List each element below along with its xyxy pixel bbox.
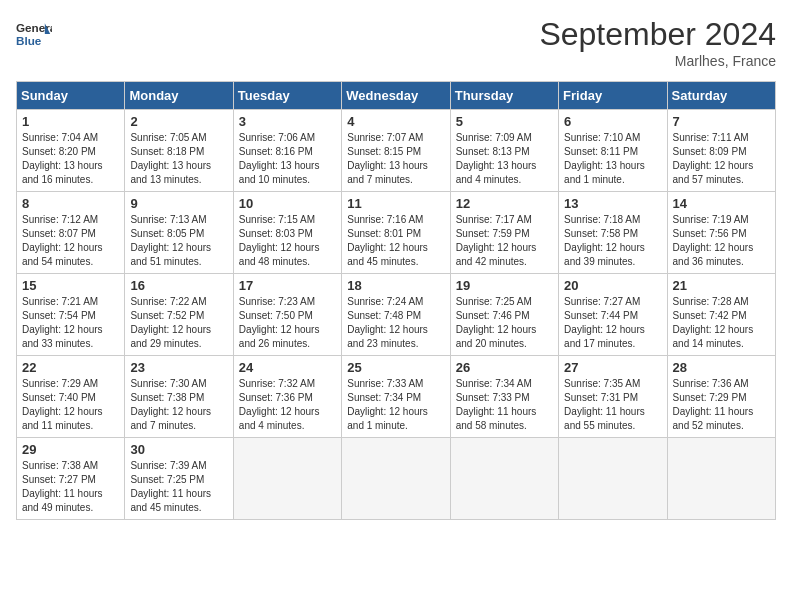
day-info: Sunrise: 7:33 AM Sunset: 7:34 PM Dayligh…	[347, 377, 444, 433]
day-number: 4	[347, 114, 444, 129]
day-number: 16	[130, 278, 227, 293]
day-number: 13	[564, 196, 661, 211]
day-info: Sunrise: 7:07 AM Sunset: 8:15 PM Dayligh…	[347, 131, 444, 187]
day-number: 8	[22, 196, 119, 211]
calendar-cell: 2Sunrise: 7:05 AM Sunset: 8:18 PM Daylig…	[125, 110, 233, 192]
day-number: 27	[564, 360, 661, 375]
day-number: 6	[564, 114, 661, 129]
weekday-header-sunday: Sunday	[17, 82, 125, 110]
day-info: Sunrise: 7:13 AM Sunset: 8:05 PM Dayligh…	[130, 213, 227, 269]
calendar-cell	[233, 438, 341, 520]
day-info: Sunrise: 7:18 AM Sunset: 7:58 PM Dayligh…	[564, 213, 661, 269]
day-info: Sunrise: 7:38 AM Sunset: 7:27 PM Dayligh…	[22, 459, 119, 515]
calendar-cell: 22Sunrise: 7:29 AM Sunset: 7:40 PM Dayli…	[17, 356, 125, 438]
calendar-week-row: 22Sunrise: 7:29 AM Sunset: 7:40 PM Dayli…	[17, 356, 776, 438]
day-info: Sunrise: 7:39 AM Sunset: 7:25 PM Dayligh…	[130, 459, 227, 515]
day-info: Sunrise: 7:17 AM Sunset: 7:59 PM Dayligh…	[456, 213, 553, 269]
day-info: Sunrise: 7:34 AM Sunset: 7:33 PM Dayligh…	[456, 377, 553, 433]
day-info: Sunrise: 7:36 AM Sunset: 7:29 PM Dayligh…	[673, 377, 770, 433]
day-number: 5	[456, 114, 553, 129]
day-number: 17	[239, 278, 336, 293]
svg-text:Blue: Blue	[16, 34, 42, 47]
day-number: 15	[22, 278, 119, 293]
day-number: 23	[130, 360, 227, 375]
calendar-cell: 27Sunrise: 7:35 AM Sunset: 7:31 PM Dayli…	[559, 356, 667, 438]
calendar-table: SundayMondayTuesdayWednesdayThursdayFrid…	[16, 81, 776, 520]
day-info: Sunrise: 7:05 AM Sunset: 8:18 PM Dayligh…	[130, 131, 227, 187]
calendar-cell	[559, 438, 667, 520]
page-header: General Blue September 2024 Marlhes, Fra…	[16, 16, 776, 69]
calendar-cell: 14Sunrise: 7:19 AM Sunset: 7:56 PM Dayli…	[667, 192, 775, 274]
calendar-cell	[450, 438, 558, 520]
weekday-header-tuesday: Tuesday	[233, 82, 341, 110]
location: Marlhes, France	[539, 53, 776, 69]
logo: General Blue	[16, 16, 52, 52]
calendar-cell: 4Sunrise: 7:07 AM Sunset: 8:15 PM Daylig…	[342, 110, 450, 192]
day-number: 25	[347, 360, 444, 375]
weekday-header-wednesday: Wednesday	[342, 82, 450, 110]
calendar-cell: 23Sunrise: 7:30 AM Sunset: 7:38 PM Dayli…	[125, 356, 233, 438]
day-info: Sunrise: 7:32 AM Sunset: 7:36 PM Dayligh…	[239, 377, 336, 433]
weekday-header-friday: Friday	[559, 82, 667, 110]
day-number: 28	[673, 360, 770, 375]
day-number: 7	[673, 114, 770, 129]
day-number: 9	[130, 196, 227, 211]
day-info: Sunrise: 7:30 AM Sunset: 7:38 PM Dayligh…	[130, 377, 227, 433]
day-info: Sunrise: 7:22 AM Sunset: 7:52 PM Dayligh…	[130, 295, 227, 351]
calendar-cell: 28Sunrise: 7:36 AM Sunset: 7:29 PM Dayli…	[667, 356, 775, 438]
weekday-header-saturday: Saturday	[667, 82, 775, 110]
calendar-cell: 21Sunrise: 7:28 AM Sunset: 7:42 PM Dayli…	[667, 274, 775, 356]
day-number: 1	[22, 114, 119, 129]
calendar-cell: 9Sunrise: 7:13 AM Sunset: 8:05 PM Daylig…	[125, 192, 233, 274]
calendar-cell: 20Sunrise: 7:27 AM Sunset: 7:44 PM Dayli…	[559, 274, 667, 356]
day-info: Sunrise: 7:10 AM Sunset: 8:11 PM Dayligh…	[564, 131, 661, 187]
day-number: 18	[347, 278, 444, 293]
calendar-cell: 15Sunrise: 7:21 AM Sunset: 7:54 PM Dayli…	[17, 274, 125, 356]
day-number: 21	[673, 278, 770, 293]
day-number: 11	[347, 196, 444, 211]
weekday-header-monday: Monday	[125, 82, 233, 110]
title-block: September 2024 Marlhes, France	[539, 16, 776, 69]
calendar-cell: 5Sunrise: 7:09 AM Sunset: 8:13 PM Daylig…	[450, 110, 558, 192]
calendar-cell: 17Sunrise: 7:23 AM Sunset: 7:50 PM Dayli…	[233, 274, 341, 356]
calendar-week-row: 1Sunrise: 7:04 AM Sunset: 8:20 PM Daylig…	[17, 110, 776, 192]
calendar-cell: 10Sunrise: 7:15 AM Sunset: 8:03 PM Dayli…	[233, 192, 341, 274]
day-number: 30	[130, 442, 227, 457]
calendar-cell: 6Sunrise: 7:10 AM Sunset: 8:11 PM Daylig…	[559, 110, 667, 192]
calendar-cell: 25Sunrise: 7:33 AM Sunset: 7:34 PM Dayli…	[342, 356, 450, 438]
calendar-cell: 1Sunrise: 7:04 AM Sunset: 8:20 PM Daylig…	[17, 110, 125, 192]
day-info: Sunrise: 7:11 AM Sunset: 8:09 PM Dayligh…	[673, 131, 770, 187]
calendar-cell: 26Sunrise: 7:34 AM Sunset: 7:33 PM Dayli…	[450, 356, 558, 438]
calendar-cell: 16Sunrise: 7:22 AM Sunset: 7:52 PM Dayli…	[125, 274, 233, 356]
day-info: Sunrise: 7:06 AM Sunset: 8:16 PM Dayligh…	[239, 131, 336, 187]
day-info: Sunrise: 7:15 AM Sunset: 8:03 PM Dayligh…	[239, 213, 336, 269]
day-number: 29	[22, 442, 119, 457]
calendar-cell: 29Sunrise: 7:38 AM Sunset: 7:27 PM Dayli…	[17, 438, 125, 520]
day-number: 14	[673, 196, 770, 211]
weekday-header-row: SundayMondayTuesdayWednesdayThursdayFrid…	[17, 82, 776, 110]
day-number: 19	[456, 278, 553, 293]
day-number: 24	[239, 360, 336, 375]
day-info: Sunrise: 7:12 AM Sunset: 8:07 PM Dayligh…	[22, 213, 119, 269]
day-number: 10	[239, 196, 336, 211]
calendar-cell: 3Sunrise: 7:06 AM Sunset: 8:16 PM Daylig…	[233, 110, 341, 192]
day-info: Sunrise: 7:21 AM Sunset: 7:54 PM Dayligh…	[22, 295, 119, 351]
day-info: Sunrise: 7:16 AM Sunset: 8:01 PM Dayligh…	[347, 213, 444, 269]
calendar-cell: 11Sunrise: 7:16 AM Sunset: 8:01 PM Dayli…	[342, 192, 450, 274]
day-number: 12	[456, 196, 553, 211]
calendar-week-row: 29Sunrise: 7:38 AM Sunset: 7:27 PM Dayli…	[17, 438, 776, 520]
calendar-cell: 30Sunrise: 7:39 AM Sunset: 7:25 PM Dayli…	[125, 438, 233, 520]
day-number: 20	[564, 278, 661, 293]
calendar-cell: 7Sunrise: 7:11 AM Sunset: 8:09 PM Daylig…	[667, 110, 775, 192]
day-info: Sunrise: 7:04 AM Sunset: 8:20 PM Dayligh…	[22, 131, 119, 187]
day-info: Sunrise: 7:24 AM Sunset: 7:48 PM Dayligh…	[347, 295, 444, 351]
day-number: 3	[239, 114, 336, 129]
calendar-cell: 13Sunrise: 7:18 AM Sunset: 7:58 PM Dayli…	[559, 192, 667, 274]
calendar-cell: 18Sunrise: 7:24 AM Sunset: 7:48 PM Dayli…	[342, 274, 450, 356]
day-info: Sunrise: 7:23 AM Sunset: 7:50 PM Dayligh…	[239, 295, 336, 351]
calendar-cell: 19Sunrise: 7:25 AM Sunset: 7:46 PM Dayli…	[450, 274, 558, 356]
calendar-week-row: 15Sunrise: 7:21 AM Sunset: 7:54 PM Dayli…	[17, 274, 776, 356]
month-title: September 2024	[539, 16, 776, 53]
day-info: Sunrise: 7:29 AM Sunset: 7:40 PM Dayligh…	[22, 377, 119, 433]
calendar-cell	[342, 438, 450, 520]
